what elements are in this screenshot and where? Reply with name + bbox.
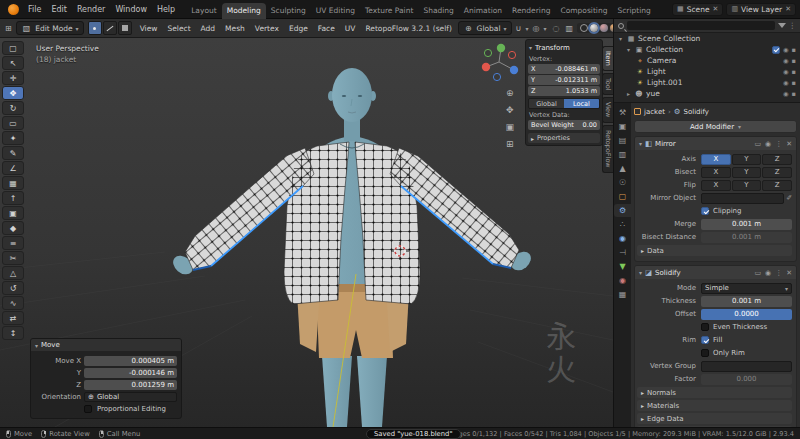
- menu-retopoflow[interactable]: RetopoFlow 3.2.1 (self): [361, 24, 455, 33]
- flip-x-button[interactable]: X: [701, 180, 731, 191]
- tool-bevel[interactable]: ◆: [2, 221, 24, 235]
- navigation-gizmo[interactable]: [477, 40, 521, 84]
- tool-move[interactable]: ✥: [2, 86, 24, 100]
- tab-render[interactable]: ▣: [615, 120, 630, 133]
- collapse-icon[interactable]: ▾: [617, 35, 624, 42]
- tab-particles[interactable]: ∴: [615, 218, 630, 231]
- blender-logo-icon[interactable]: [8, 4, 19, 15]
- even-thickness-checkbox[interactable]: [701, 323, 709, 331]
- tool-spin[interactable]: ↺: [2, 281, 24, 295]
- workspace-tab-scripting[interactable]: Scripting: [612, 3, 655, 19]
- tool-select-box[interactable]: ▢: [2, 41, 24, 55]
- tab-modifiers[interactable]: ⚙: [614, 204, 631, 217]
- axis-y-button[interactable]: Y: [732, 154, 762, 165]
- tool-add-cube[interactable]: ▦: [2, 176, 24, 190]
- proportional-caret-icon[interactable]: ▾: [543, 25, 546, 32]
- tool-shrink-fatten[interactable]: ↕: [2, 326, 24, 340]
- menu-vertex[interactable]: Vertex: [251, 24, 283, 33]
- collapse-icon[interactable]: ▾: [625, 46, 632, 53]
- bisect-x-button[interactable]: X: [701, 167, 731, 178]
- tab-object[interactable]: ▢: [615, 190, 630, 203]
- add-modifier-button[interactable]: Add Modifier ▾: [634, 120, 797, 133]
- snap-caret-icon[interactable]: ▾: [525, 25, 528, 32]
- breadcrumb-object[interactable]: jacket: [644, 108, 665, 116]
- tool-extrude[interactable]: ↑: [2, 191, 24, 205]
- workspace-tab-layout[interactable]: Layout: [186, 3, 222, 19]
- merge-field[interactable]: 0.001 m: [701, 219, 792, 230]
- xray-icon[interactable]: ▥: [563, 24, 575, 33]
- mirror-data-section[interactable]: ▸ Data: [637, 245, 792, 256]
- overlays-icon[interactable]: ◌: [550, 24, 561, 33]
- editor-type-icon[interactable]: ⊞: [3, 24, 14, 33]
- extras-icon[interactable]: ⋮: [775, 269, 782, 277]
- menu-window[interactable]: Window: [110, 5, 152, 14]
- search-icon[interactable]: [618, 23, 624, 29]
- menu-mesh[interactable]: Mesh: [221, 24, 249, 33]
- proportional-editing-icon[interactable]: ◎: [530, 24, 541, 33]
- face-select-button[interactable]: [118, 21, 132, 35]
- zoom-icon[interactable]: ⊕: [505, 88, 514, 98]
- workspace-tab-sculpting[interactable]: Sculpting: [266, 3, 311, 19]
- workspace-tab-rendering[interactable]: Rendering: [507, 3, 555, 19]
- mirror-header[interactable]: ▾ ◧ Mirror ▭ ◉ ⋮ ✕: [635, 137, 796, 150]
- move-x-field[interactable]: 0.000405 m: [84, 356, 177, 366]
- extras-icon[interactable]: ⋮: [775, 140, 782, 148]
- tool-measure[interactable]: ∠: [2, 161, 24, 175]
- thickness-field[interactable]: 0.001 m: [701, 296, 792, 307]
- pan-icon[interactable]: ✥: [505, 105, 514, 115]
- sidebar-tab-tool[interactable]: Tool: [602, 73, 613, 96]
- collapse-icon[interactable]: ▾: [529, 44, 532, 51]
- orientation-dropdown[interactable]: ⊕ Global ▾: [458, 21, 512, 35]
- tool-inset-faces[interactable]: ▣: [2, 206, 24, 220]
- tab-scene[interactable]: ▲: [615, 162, 630, 175]
- perspective-toggle-icon[interactable]: ⊞: [505, 139, 514, 149]
- tab-material[interactable]: ◉: [615, 274, 630, 287]
- flip-z-button[interactable]: Z: [762, 180, 792, 191]
- render-visibility-icon[interactable]: ▪: [792, 57, 796, 65]
- mode-dropdown[interactable]: ▧ Edit Mode ▾: [16, 21, 84, 35]
- tab-tool[interactable]: ⚒: [615, 106, 630, 119]
- vertex-x-field[interactable]: X -0.088461 m: [528, 64, 600, 74]
- materials-section[interactable]: ▸ Materials: [637, 400, 792, 411]
- tool-poly-build[interactable]: △: [2, 266, 24, 280]
- sidebar-tab-retopoflow[interactable]: RetopoFlow: [602, 125, 613, 173]
- workspace-tab-compositing[interactable]: Compositing: [555, 3, 612, 19]
- sidebar-tab-view[interactable]: View: [602, 97, 613, 122]
- workspace-tab-texture-paint[interactable]: Texture Paint: [360, 3, 418, 19]
- sidebar-tab-item[interactable]: Item: [602, 46, 613, 71]
- menu-edit[interactable]: Edit: [46, 5, 72, 14]
- tool-edge-slide[interactable]: ⇄: [2, 311, 24, 325]
- outliner-row-camera[interactable]: ⌖ Camera ◉ ▪: [614, 55, 800, 66]
- bisect-distance-field[interactable]: 0.001 m: [701, 232, 792, 243]
- tab-object-data[interactable]: ▼: [615, 260, 630, 273]
- render-visibility-icon[interactable]: ▪: [792, 90, 796, 98]
- menu-view[interactable]: View: [136, 24, 162, 33]
- outliner-row-light[interactable]: ☀ Light ◉ ▪: [614, 66, 800, 77]
- outliner-search-input[interactable]: [627, 21, 775, 30]
- tool-scale[interactable]: ▭: [2, 116, 24, 130]
- bisect-z-button[interactable]: Z: [762, 167, 792, 178]
- breadcrumb-modifier[interactable]: Solidify: [684, 108, 710, 116]
- local-button[interactable]: Local: [564, 99, 599, 108]
- clipping-checkbox[interactable]: [701, 207, 709, 215]
- tool-tweak[interactable]: ↖: [2, 56, 24, 70]
- visibility-eye-icon[interactable]: ◉: [783, 90, 789, 98]
- solidify-header[interactable]: ▾ ◪ Solidify ▭ ◉ ⋮ ✕: [635, 266, 796, 279]
- orientation-dropdown[interactable]: ⊕ Global: [84, 392, 177, 402]
- factor-slider[interactable]: 0.000: [701, 374, 792, 385]
- menu-help[interactable]: Help: [152, 5, 180, 14]
- render-visibility-icon[interactable]: ▪: [792, 46, 796, 54]
- tab-view-layer[interactable]: ▥: [615, 148, 630, 161]
- tab-output[interactable]: ▤: [615, 134, 630, 147]
- axis-x-button[interactable]: X: [701, 154, 731, 165]
- scene-unlink-icon[interactable]: ✕: [713, 5, 719, 13]
- viewport-canvas[interactable]: User Perspective (18) jacket ▢ ↖ ✛ ✥ ↻ ▭…: [0, 38, 613, 427]
- wireframe-shading-button[interactable]: [580, 24, 588, 32]
- tab-constraints[interactable]: ⊣: [615, 246, 630, 259]
- vertex-y-field[interactable]: Y -0.012311 m: [528, 75, 600, 85]
- outliner-row-collection[interactable]: ▾ ▣ Collection ◉ ▪: [614, 44, 800, 55]
- properties-section[interactable]: ▸ Properties: [528, 133, 600, 143]
- view-layer-selector[interactable]: ▥ View Layer ✕: [726, 3, 796, 16]
- menu-uv[interactable]: UV: [341, 24, 360, 33]
- mirror-object-field[interactable]: [701, 193, 784, 204]
